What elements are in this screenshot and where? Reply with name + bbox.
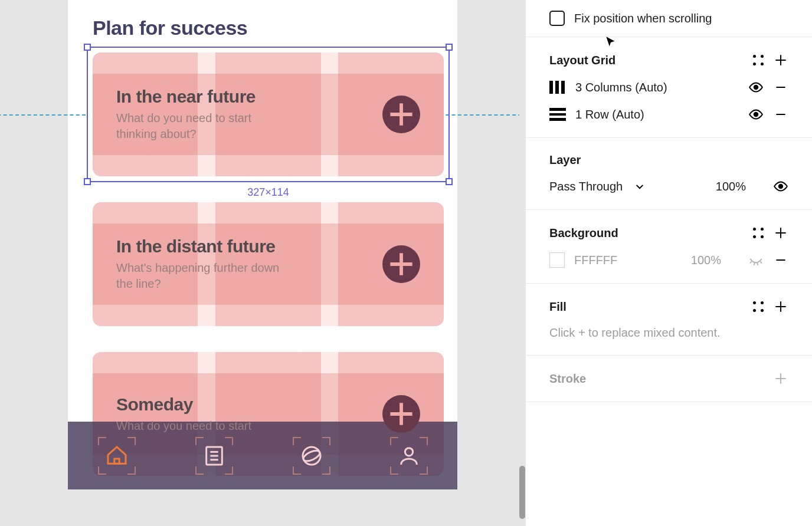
stroke-title: Stroke — [549, 372, 586, 386]
add-grid-button[interactable] — [773, 52, 788, 68]
styles-icon[interactable] — [751, 225, 766, 241]
remove-icon[interactable] — [773, 107, 788, 122]
hidden-icon[interactable] — [748, 252, 764, 268]
background-opacity[interactable]: 100% — [691, 254, 721, 267]
section-layout-grid: Layout Grid 3 Columns (Auto) 1 — [526, 37, 812, 138]
tab-user-icon[interactable] — [397, 444, 421, 468]
styles-icon[interactable] — [751, 299, 766, 314]
section-background: Background FFFFFF 100% — [526, 210, 812, 284]
cursor-icon — [604, 35, 619, 50]
card-wrap-distant-future[interactable]: In the distant future What's happening f… — [93, 202, 433, 326]
svg-rect-6 — [114, 459, 119, 463]
background-hex[interactable]: FFFFFF — [574, 254, 617, 267]
canvas-area[interactable]: Plan for success In the near future What… — [0, 0, 519, 526]
handle-tl[interactable] — [84, 44, 91, 51]
svg-line-26 — [761, 261, 762, 263]
add-button[interactable] — [382, 395, 420, 433]
layout-grid-title: Layout Grid — [549, 54, 615, 67]
scrollbar-thumb[interactable] — [519, 466, 525, 519]
card-title: In the near future — [116, 87, 382, 107]
fill-placeholder: Click + to replace mixed content. — [549, 326, 721, 340]
tab-list-icon[interactable] — [202, 444, 226, 468]
grid-item-label: 1 Row (Auto) — [575, 108, 644, 121]
visibility-icon[interactable] — [773, 179, 788, 194]
add-background-button[interactable] — [773, 225, 788, 241]
rows-icon — [549, 108, 566, 121]
layer-opacity[interactable]: 100% — [716, 180, 746, 193]
grid-styles-icon[interactable] — [751, 52, 766, 68]
grid-item-columns[interactable]: 3 Columns (Auto) — [549, 80, 788, 95]
blend-mode-select[interactable]: Pass Through — [549, 180, 623, 193]
fix-position-label: Fix position when scrolling — [574, 12, 712, 25]
selection-dims: 327×114 — [247, 186, 289, 199]
svg-point-18 — [754, 113, 758, 117]
card-subtitle: What do you need to start — [116, 418, 281, 434]
add-fill-button[interactable] — [773, 299, 788, 314]
svg-line-25 — [757, 262, 758, 265]
add-stroke-button[interactable] — [773, 371, 788, 386]
background-title: Background — [549, 226, 618, 240]
svg-point-20 — [779, 185, 783, 189]
handle-bl[interactable] — [84, 178, 91, 185]
remove-icon[interactable] — [773, 80, 788, 95]
mobile-artboard[interactable]: Plan for success In the near future What… — [68, 0, 457, 489]
fill-title: Fill — [549, 300, 567, 314]
section-layer: Layer Pass Through 100% — [526, 138, 812, 210]
tab-home-icon[interactable] — [105, 444, 129, 468]
guide-right — [440, 114, 519, 116]
section-fill: Fill Click + to replace mixed content. — [526, 284, 812, 356]
svg-point-16 — [754, 86, 758, 90]
visibility-icon[interactable] — [748, 107, 764, 122]
inspector-panel: Fix position when scrolling Layout Grid … — [525, 0, 812, 526]
handle-br[interactable] — [446, 178, 453, 185]
fix-position-checkbox[interactable] — [549, 11, 565, 26]
visibility-icon[interactable] — [748, 80, 764, 95]
svg-point-13 — [405, 448, 412, 455]
card-title: Someday — [116, 394, 382, 415]
card-title: In the distant future — [116, 236, 382, 257]
card-subtitle: What do you need to start thinking about… — [116, 110, 281, 142]
grid-item-label: 3 Columns (Auto) — [575, 81, 667, 94]
page-title: Plan for success — [93, 17, 433, 40]
background-swatch[interactable] — [549, 252, 565, 268]
svg-line-24 — [754, 262, 755, 265]
layer-title: Layer — [549, 153, 581, 167]
add-button[interactable] — [382, 245, 420, 283]
chevron-down-icon[interactable] — [632, 179, 647, 194]
card-subtitle: What's happening further down the line? — [116, 260, 281, 292]
guide-left — [0, 114, 86, 116]
grid-item-rows[interactable]: 1 Row (Auto) — [549, 107, 788, 122]
svg-line-23 — [750, 261, 751, 263]
columns-icon — [549, 81, 566, 94]
add-button[interactable] — [382, 96, 420, 133]
card-wrap-near-future[interactable]: In the near future What do you need to s… — [93, 52, 433, 176]
tab-globe-icon[interactable] — [300, 444, 323, 468]
remove-icon[interactable] — [773, 252, 788, 268]
handle-tr[interactable] — [446, 44, 453, 51]
section-stroke: Stroke — [526, 356, 812, 402]
